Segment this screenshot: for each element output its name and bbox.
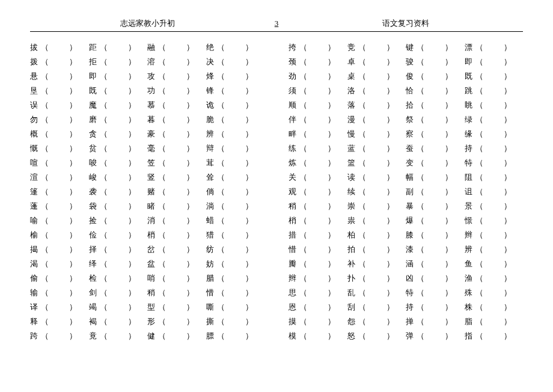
paren-close: ） <box>445 185 453 199</box>
paren-open: （ <box>417 228 424 242</box>
paren-close: ） <box>245 127 253 141</box>
paren-close: ） <box>128 141 136 156</box>
paren-open: （ <box>41 127 49 141</box>
char-row: 喧（）唆（）笠（）茸（） <box>30 156 264 170</box>
hanzi: 爆 <box>406 213 415 228</box>
paren-open: （ <box>158 300 166 314</box>
paren-close: ） <box>328 228 335 242</box>
paren-open: （ <box>41 112 49 127</box>
paren-close: ） <box>245 55 253 69</box>
hanzi: 膝 <box>406 228 415 242</box>
paren-close: ） <box>386 314 394 329</box>
char-cell: 鱼（） <box>465 257 524 271</box>
char-row: 拨（）拒（）溶（）决（） <box>30 55 264 69</box>
paren-close: ） <box>504 286 512 300</box>
paren-close: ） <box>245 228 253 242</box>
paren-open: （ <box>100 141 108 156</box>
char-cell: 炼（） <box>289 156 347 170</box>
hanzi: 拾 <box>406 98 415 112</box>
char-cell: 骏（） <box>406 55 465 69</box>
paren-open: （ <box>158 98 166 112</box>
paren-close: ） <box>128 156 136 170</box>
char-row: 跨（）竟（）健（）膘（） <box>30 329 264 343</box>
char-cell: 释（） <box>30 314 89 329</box>
char-cell: 惜（） <box>289 242 347 257</box>
paren-close: ） <box>245 84 253 98</box>
char-cell: 攻（） <box>147 69 206 84</box>
char-cell: 锋（） <box>206 84 265 98</box>
hanzi: 掸 <box>406 314 415 329</box>
char-cell: 持（） <box>406 300 465 314</box>
paren-open: （ <box>158 156 166 170</box>
paren-close: ） <box>128 300 136 314</box>
paren-close: ） <box>128 314 136 329</box>
char-cell: 倘（） <box>206 185 265 199</box>
paren-close: ） <box>504 257 512 271</box>
paren-close: ） <box>445 271 453 286</box>
paren-open: （ <box>100 242 108 257</box>
paren-close: ） <box>328 300 335 314</box>
char-row: 练（）蓝（）蚕（）持（） <box>289 141 523 156</box>
paren-close: ） <box>504 127 512 141</box>
paren-open: （ <box>41 199 49 213</box>
paren-close: ） <box>445 55 453 69</box>
paren-close: ） <box>445 286 453 300</box>
hanzi: 特 <box>465 156 474 170</box>
char-cell: 竟（） <box>89 329 148 343</box>
paren-close: ） <box>445 228 453 242</box>
paren-open: （ <box>158 170 166 185</box>
paren-open: （ <box>475 84 483 98</box>
paren-open: （ <box>217 69 225 84</box>
hanzi: 持 <box>406 300 415 314</box>
paren-open: （ <box>100 329 108 343</box>
char-row: 模（）怒（）弹（）指（） <box>289 329 523 343</box>
paren-close: ） <box>69 141 77 156</box>
paren-close: ） <box>186 329 194 343</box>
char-row: 颈（）卓（）骏（）即（） <box>289 55 523 69</box>
hanzi: 景 <box>465 199 474 213</box>
paren-close: ） <box>445 242 453 257</box>
char-row: 瓣（）补（）涵（）鱼（） <box>289 257 523 271</box>
char-cell: 梢（） <box>147 228 206 242</box>
char-cell: 脆（） <box>206 112 265 127</box>
char-cell: 措（） <box>289 228 347 242</box>
hanzi: 融 <box>147 40 157 55</box>
char-cell: 洛（） <box>347 84 406 98</box>
hanzi: 跳 <box>465 84 474 98</box>
char-cell: 渲（） <box>30 170 89 185</box>
paren-open: （ <box>358 98 366 112</box>
char-row: 炼（）篮（）变（）特（） <box>289 156 523 170</box>
paren-close: ） <box>445 40 453 55</box>
char-cell: 观（） <box>289 185 347 199</box>
hanzi: 稍 <box>289 199 298 213</box>
hanzi: 盆 <box>147 257 157 271</box>
paren-close: ） <box>69 170 77 185</box>
paren-close: ） <box>445 170 453 185</box>
hanzi: 落 <box>347 98 357 112</box>
char-cell: 偷（） <box>30 271 89 286</box>
char-cell: 练（） <box>289 141 347 156</box>
paren-open: （ <box>100 257 108 271</box>
paren-close: ） <box>186 242 194 257</box>
hanzi: 蓬 <box>30 199 40 213</box>
hanzi: 缘 <box>465 127 474 141</box>
paren-close: ） <box>445 213 453 228</box>
paren-close: ） <box>128 228 136 242</box>
hanzi: 峻 <box>89 170 99 185</box>
paren-close: ） <box>504 314 512 329</box>
hanzi: 畔 <box>289 127 298 141</box>
paren-open: （ <box>417 314 424 329</box>
paren-open: （ <box>100 84 108 98</box>
hanzi: 鱼 <box>465 257 474 271</box>
hanzi: 须 <box>289 84 298 98</box>
char-cell: 慕（） <box>147 98 206 112</box>
paren-open: （ <box>299 213 307 228</box>
paren-close: ） <box>245 112 253 127</box>
char-cell: 续（） <box>347 185 406 199</box>
paren-open: （ <box>417 69 424 84</box>
paren-open: （ <box>417 242 424 257</box>
paren-open: （ <box>41 228 49 242</box>
char-cell: 刮（） <box>347 300 406 314</box>
char-cell: 型（） <box>147 300 206 314</box>
char-row: 译（）竭（）型（）嘶（） <box>30 300 264 314</box>
